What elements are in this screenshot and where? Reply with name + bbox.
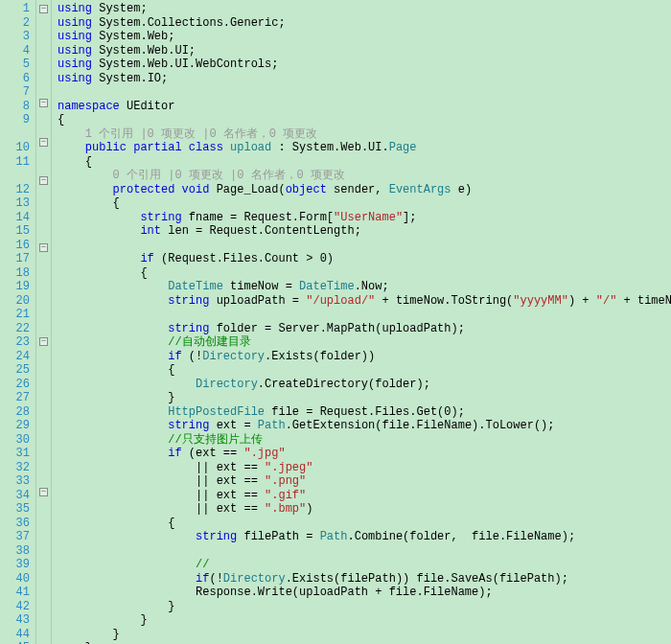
code-line[interactable]: } xyxy=(58,628,671,642)
code-line[interactable]: string filePath = Path.Combine(folder, f… xyxy=(58,530,671,544)
code-line[interactable]: if (Request.Files.Count > 0) xyxy=(58,252,671,266)
code-line[interactable] xyxy=(58,85,671,100)
token-id: ]; xyxy=(403,211,416,224)
code-line[interactable]: } xyxy=(58,391,671,405)
code-line[interactable]: public partial class upload : System.Web… xyxy=(58,141,671,155)
code-line[interactable]: } xyxy=(58,613,671,628)
fold-gutter[interactable]: −−−−−−− xyxy=(36,0,52,644)
token-id: || ext == xyxy=(58,474,265,488)
code-line[interactable]: { xyxy=(58,517,671,531)
line-number: 40 xyxy=(0,572,30,586)
token-id: filePath = xyxy=(237,530,319,543)
fold-toggle-icon[interactable]: − xyxy=(39,5,48,13)
token-id: sender, xyxy=(327,183,389,196)
fold-toggle-icon[interactable]: − xyxy=(39,243,48,252)
code-line[interactable]: string folder = Server.MapPath(uploadPat… xyxy=(58,322,671,336)
fold-toggle-icon[interactable]: − xyxy=(39,138,48,147)
token-kw: string xyxy=(196,530,237,543)
fold-spacer xyxy=(36,280,51,294)
code-line[interactable]: DateTime timeNow = DateTime.Now; xyxy=(58,280,671,294)
code-line[interactable]: Response.Write(uploadPath + file.FileNam… xyxy=(58,586,671,600)
token-id: ) xyxy=(306,502,312,516)
code-editor[interactable]: using System;using System.Collections.Ge… xyxy=(52,0,671,644)
line-number: 14 xyxy=(0,211,30,225)
code-line[interactable]: using System; xyxy=(58,2,671,16)
code-line[interactable]: Directory.CreateDirectory(folder); xyxy=(58,378,671,392)
code-line[interactable]: // xyxy=(58,558,671,572)
code-line[interactable]: 0 个引用 |0 项更改 |0 名作者，0 项更改 xyxy=(58,169,671,183)
code-line[interactable]: if (!Directory.Exists(folder)) xyxy=(58,350,671,364)
code-line[interactable]: || ext == ".bmp") xyxy=(58,502,671,517)
fold-spacer xyxy=(36,621,51,635)
token-str: "/" xyxy=(596,294,617,308)
fold-spacer xyxy=(36,360,51,375)
fold-spacer xyxy=(36,308,51,322)
fold-toggle-icon[interactable]: − xyxy=(39,488,48,496)
code-line[interactable]: using System.Web.UI; xyxy=(58,44,671,58)
fold-spacer xyxy=(36,388,51,402)
code-line[interactable]: } xyxy=(58,600,671,614)
token-id: || ext == xyxy=(58,502,265,516)
token-id: e) xyxy=(451,183,473,196)
code-line[interactable]: || ext == ".jpeg" xyxy=(58,461,671,475)
token-id: .Exists(folder)) xyxy=(265,350,375,363)
code-line[interactable]: if(!Directory.Exists(filePath)) file.Sav… xyxy=(58,572,671,586)
code-line[interactable] xyxy=(58,308,671,322)
line-number: 35 xyxy=(0,502,30,517)
code-line[interactable]: if (ext == ".jpg" xyxy=(58,447,671,461)
code-line[interactable]: { xyxy=(58,113,671,127)
code-line[interactable]: || ext == ".gif" xyxy=(58,489,671,503)
token-id xyxy=(58,294,168,308)
code-line[interactable]: //自动创建目录 xyxy=(58,335,671,350)
code-line[interactable]: using System.IO; xyxy=(58,72,671,86)
token-ty: DateTime xyxy=(168,280,223,293)
fold-spacer xyxy=(36,552,51,566)
token-id: UEditor xyxy=(120,100,175,113)
line-number: 39 xyxy=(0,558,30,572)
line-number: 37 xyxy=(0,530,30,544)
code-line[interactable]: string ext = Path.GetExtension(file.File… xyxy=(58,419,671,433)
code-line[interactable]: int len = Request.ContentLength; xyxy=(58,224,671,239)
line-number: 11 xyxy=(0,155,30,170)
token-id: fname = Request.Form[ xyxy=(182,211,334,224)
token-str: ".png" xyxy=(265,474,306,488)
code-line[interactable]: using System.Web.UI.WebControls; xyxy=(58,58,671,72)
token-ty: Path xyxy=(320,530,348,543)
token-id: System.IO; xyxy=(92,72,168,85)
line-number: 18 xyxy=(0,266,30,281)
code-line[interactable]: { xyxy=(58,266,671,281)
token-id: } xyxy=(58,391,174,404)
code-line[interactable] xyxy=(58,239,671,253)
code-line[interactable]: //只支持图片上传 xyxy=(58,433,671,448)
code-line[interactable]: namespace UEditor xyxy=(58,100,671,114)
token-id: } xyxy=(58,628,120,641)
code-line[interactable]: { xyxy=(58,196,671,211)
code-line[interactable]: { xyxy=(58,363,671,378)
token-id xyxy=(58,447,168,460)
line-number: 7 xyxy=(0,85,30,100)
code-line[interactable]: 1 个引用 |0 项更改 |0 名作者，0 项更改 xyxy=(58,127,671,142)
token-kw: string xyxy=(168,294,209,308)
line-number: 26 xyxy=(0,378,30,392)
token-ty: Directory xyxy=(196,378,258,391)
token-id: { xyxy=(58,517,174,530)
code-line[interactable]: string uploadPath = "/upload/" + timeNow… xyxy=(58,294,671,309)
fold-spacer xyxy=(36,321,51,335)
token-id: .Exists(filePath)) file.SaveAs(filePath)… xyxy=(286,572,568,586)
code-line[interactable]: || ext == ".png" xyxy=(58,474,671,489)
token-id: + timeNow.ToString( xyxy=(375,294,513,308)
code-line[interactable]: HttpPostedFile file = Request.Files.Get(… xyxy=(58,405,671,420)
fold-toggle-icon[interactable]: − xyxy=(39,99,48,107)
code-line[interactable]: using System.Collections.Generic; xyxy=(58,16,671,31)
token-id xyxy=(58,322,168,335)
code-line[interactable]: using System.Web; xyxy=(58,30,671,44)
code-line[interactable]: protected void Page_Load(object sender, … xyxy=(58,183,671,197)
fold-toggle-icon[interactable]: − xyxy=(39,176,48,185)
token-kw: if xyxy=(168,350,181,363)
fold-toggle-icon[interactable]: − xyxy=(39,337,48,346)
code-line[interactable]: string fname = Request.Form["UserName"]; xyxy=(58,211,671,225)
code-line[interactable]: { xyxy=(58,155,671,170)
token-kw: string xyxy=(168,322,209,335)
code-line[interactable] xyxy=(58,544,671,559)
token-id: folder = Server.MapPath(uploadPath); xyxy=(209,322,464,335)
